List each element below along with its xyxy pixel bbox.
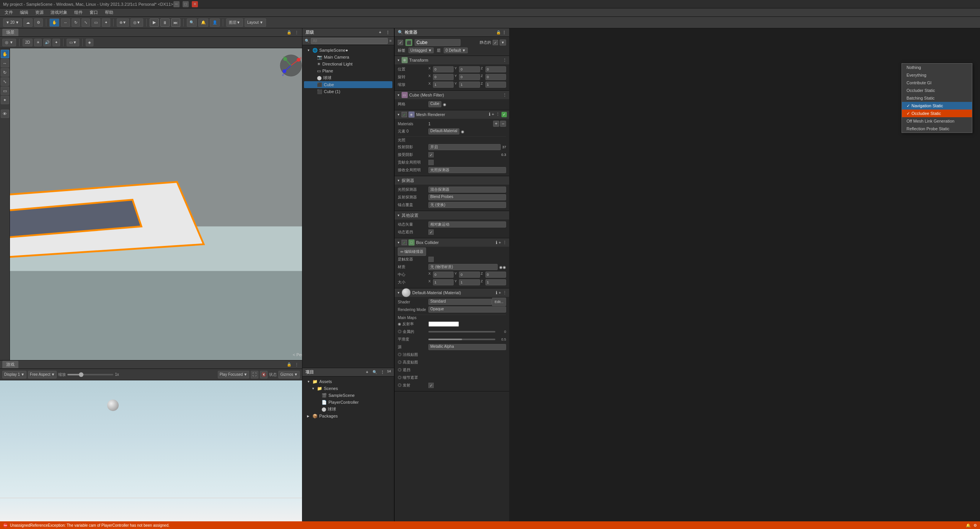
scene-more-icon[interactable]: ⋮	[294, 29, 300, 36]
lighting-button[interactable]: ☀	[34, 39, 42, 46]
reflection-probes-select[interactable]: Blend Probes	[428, 194, 506, 200]
notification-icon[interactable]: 🔔	[966, 523, 970, 527]
mesh-renderer-options2[interactable]: +	[492, 112, 494, 117]
inspector-more-icon[interactable]: ⋮	[502, 30, 506, 34]
effects-button[interactable]: ✦	[52, 39, 60, 46]
additional-header[interactable]: ▼ 其他设置	[395, 211, 509, 219]
minimize-button[interactable]: ─	[173, 1, 180, 7]
size-z[interactable]: 1	[485, 279, 506, 285]
menu-help[interactable]: 帮助	[102, 9, 116, 16]
source-select[interactable]: Metallic Alpha	[428, 344, 506, 350]
mesh-select[interactable]: Cube	[428, 101, 441, 107]
dropdown-occludee-static[interactable]: ✓ Occludee Static	[902, 110, 972, 117]
menu-gameobject[interactable]: 游戏对象	[47, 9, 70, 16]
box-collider-options1[interactable]: ℹ	[496, 240, 497, 245]
dropdown-navigation-static[interactable]: ✓ Navigation Static	[902, 102, 972, 110]
project-search-icon[interactable]: 🔍	[372, 369, 378, 375]
view-tool[interactable]: 👁	[1, 110, 9, 118]
zoom-slider[interactable]	[67, 374, 113, 375]
cast-shadows-select[interactable]: 开启	[428, 144, 501, 150]
mesh-renderer-options3[interactable]: ⋮	[496, 112, 500, 117]
pivot-button[interactable]: ⊕▼	[117, 18, 129, 27]
hierarchy-main-camera[interactable]: 📷 Main Camera	[304, 54, 392, 61]
material-options3[interactable]: ⋮	[503, 290, 507, 295]
transform-header[interactable]: ▼ ⊕ Transform ⋮	[395, 56, 509, 64]
size-y[interactable]: 1	[459, 279, 480, 285]
filter-icon[interactable]: ≡	[389, 39, 392, 43]
static-checkbox[interactable]: ✓	[493, 40, 498, 45]
hierarchy-more-icon[interactable]: ⋮	[385, 29, 391, 36]
mesh-select-icon[interactable]: ◉	[443, 102, 446, 106]
center-x[interactable]: 0	[433, 272, 454, 278]
mute-game-icon[interactable]: 🔇	[260, 371, 268, 378]
account-avatar[interactable]: 👤	[210, 18, 220, 27]
menu-edit[interactable]: 编辑	[17, 9, 31, 16]
material-options2[interactable]: +	[499, 290, 501, 295]
menu-file[interactable]: 文件	[2, 9, 16, 16]
transform-tool[interactable]: ✦	[102, 18, 110, 27]
shading-mode-button[interactable]: ◎ ▼	[2, 39, 16, 46]
project-add-icon[interactable]: +	[364, 369, 370, 375]
project-player-controller[interactable]: 📄 PlayerController	[304, 399, 392, 406]
receive-shadows-checkbox[interactable]: ✓	[428, 152, 434, 157]
dropdown-reflection-probe[interactable]: Reflection Probe Static	[902, 125, 972, 133]
hierarchy-directional-light[interactable]: ☀ Directional Light	[304, 61, 392, 67]
project-packages[interactable]: ▶ 📦 Packages	[304, 413, 392, 419]
scale-tool[interactable]: ⤡	[82, 18, 90, 27]
motion-select[interactable]: 相对象运动	[428, 221, 506, 228]
smoothness-slider[interactable]	[428, 339, 495, 340]
center-z[interactable]: 0	[485, 272, 506, 278]
maximize-game-icon[interactable]: ⛶	[251, 371, 258, 378]
maximize-button[interactable]: □	[183, 1, 189, 7]
rect-tool[interactable]: ▭	[91, 18, 100, 27]
emission-checkbox[interactable]: ✓	[428, 383, 434, 388]
layers-button[interactable]: 图层▼	[226, 18, 243, 27]
menu-component[interactable]: 组件	[71, 9, 86, 16]
static-dropdown-button[interactable]: ▼	[500, 39, 506, 46]
inspector-lock-icon[interactable]: 🔒	[496, 30, 501, 34]
close-button[interactable]: ✕	[192, 1, 198, 7]
scale-tool-left[interactable]: ⤡	[1, 77, 9, 86]
rect-tool-left[interactable]: ▭	[1, 87, 9, 95]
rotation-y[interactable]: 0	[459, 74, 480, 80]
menu-assets[interactable]: 资源	[32, 9, 47, 16]
gizmos-select[interactable]: Gizmos ▼	[278, 371, 300, 378]
project-ball[interactable]: ⬤ 球球	[304, 406, 392, 413]
global-button[interactable]: ◎▼	[131, 18, 143, 27]
box-collider-options3[interactable]: ⋮	[503, 240, 507, 245]
layer-select[interactable]: 0 Default ▼	[444, 47, 468, 53]
project-more-icon[interactable]: ⋮	[379, 369, 385, 375]
dropdown-occluder-static[interactable]: Occluder Static	[902, 87, 972, 94]
transform-options-icon[interactable]: ⋮	[503, 58, 507, 63]
game-display-select[interactable]: Display 1 ▼	[2, 371, 26, 378]
position-z[interactable]: 0	[485, 66, 506, 72]
object-name-input[interactable]	[415, 39, 461, 46]
game-lock-icon[interactable]: 🔒	[286, 362, 292, 368]
size-x[interactable]: 1	[433, 279, 454, 285]
settings-button[interactable]: ⚙	[34, 18, 43, 27]
hierarchy-cube[interactable]: ⬛ Cube	[304, 81, 392, 88]
light-probes-select[interactable]: 混合探测器	[428, 187, 506, 193]
rendering-mode-select[interactable]: Opaque	[428, 306, 506, 313]
albedo-color-swatch[interactable]	[428, 321, 459, 327]
game-canvas[interactable]	[0, 380, 302, 521]
material-header[interactable]: ▼ Default-Material (Material) ℹ + ⋮	[395, 288, 509, 297]
tag-select[interactable]: Untagged ▼	[408, 47, 434, 53]
play-focused-button[interactable]: Play Focused ▼	[218, 371, 250, 378]
element0-select[interactable]: Default-Material	[428, 128, 459, 134]
cloud-button[interactable]: ☁	[23, 18, 33, 27]
rotate-tool[interactable]: ↻	[72, 18, 80, 27]
object-active-checkbox[interactable]: ✓	[398, 40, 403, 45]
dropdown-batching-static[interactable]: Batching Static	[902, 94, 972, 102]
scale-y[interactable]: 1	[459, 82, 480, 88]
element0-select-icon[interactable]: ◉	[461, 129, 464, 134]
scene-3d-view[interactable]: X Y Z < Persp	[10, 48, 302, 360]
account-button[interactable]: ▼20▼	[3, 18, 22, 27]
scene-lock-icon[interactable]: 🔒	[286, 29, 292, 36]
rotation-x[interactable]: 0	[433, 74, 454, 80]
2d-button[interactable]: 2D	[23, 39, 33, 46]
object-name-field[interactable]	[415, 39, 477, 46]
center-y[interactable]: 0	[459, 272, 480, 278]
scale-x[interactable]: 1	[433, 82, 454, 88]
mesh-filter-header[interactable]: ▼ ▭ Cube (Mesh Filter) ⋮	[395, 91, 509, 99]
